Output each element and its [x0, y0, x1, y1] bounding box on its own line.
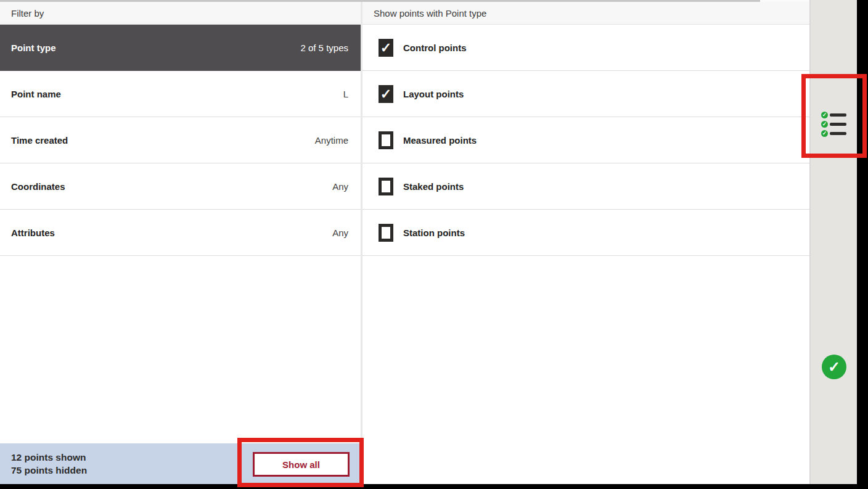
screen-edge-bottom	[0, 484, 868, 489]
option-label: Control points	[403, 43, 466, 53]
mini-green-check-icon	[821, 130, 828, 137]
point-type-panel-title: Show points with Point type	[374, 8, 486, 18]
filter-row-label: Point name	[11, 89, 61, 99]
option-label: Staked points	[403, 181, 464, 192]
filter-row-label: Coordinates	[11, 181, 65, 192]
checked-list-icon-row	[821, 121, 846, 128]
mini-green-check-icon	[821, 121, 828, 128]
option-row-staked-points[interactable]: Staked points	[362, 163, 809, 210]
green-check-icon[interactable]	[822, 355, 846, 379]
point-type-panel: Show points with Point type Control poin…	[362, 2, 809, 484]
list-line-icon	[830, 132, 846, 135]
checkbox-layout-points[interactable]	[379, 85, 393, 103]
point-type-panel-header: Show points with Point type	[362, 2, 809, 25]
option-label: Layout points	[403, 89, 464, 99]
option-label: Station points	[403, 228, 465, 238]
option-row-control-points[interactable]: Control points	[362, 25, 809, 71]
option-label: Measured points	[403, 135, 477, 146]
checkbox-station-points[interactable]	[379, 224, 393, 242]
option-row-station-points[interactable]: Station points	[362, 210, 809, 256]
filter-row-value: L	[343, 89, 348, 99]
filter-panel-title: Filter by	[11, 8, 44, 18]
mini-green-check-icon	[821, 112, 828, 118]
right-toolbar	[809, 0, 857, 484]
screen-edge-right	[857, 0, 868, 489]
option-row-measured-points[interactable]: Measured points	[362, 117, 809, 163]
filter-row-value: Anytime	[315, 135, 348, 146]
filter-panel-header: Filter by	[0, 2, 361, 25]
filter-row-attributes[interactable]: Attributes Any	[0, 210, 361, 256]
list-line-icon	[830, 113, 846, 117]
filter-row-label: Point type	[11, 43, 56, 53]
filter-row-time-created[interactable]: Time created Anytime	[0, 117, 361, 163]
filter-row-value: Any	[332, 228, 348, 238]
checked-list-icon[interactable]	[821, 112, 846, 139]
filter-row-point-name[interactable]: Point name L	[0, 71, 361, 117]
filter-row-point-type[interactable]: Point type 2 of 5 types	[0, 25, 361, 71]
checkbox-staked-points[interactable]	[379, 178, 393, 195]
checkbox-measured-points[interactable]	[379, 131, 393, 149]
filter-row-label: Attributes	[11, 228, 55, 238]
filter-row-value: Any	[332, 181, 348, 192]
filter-row-value: 2 of 5 types	[300, 43, 348, 53]
option-row-layout-points[interactable]: Layout points	[362, 71, 809, 117]
filter-row-coordinates[interactable]: Coordinates Any	[0, 163, 361, 210]
checkbox-control-points[interactable]	[379, 39, 393, 57]
checked-list-icon-row	[821, 130, 846, 137]
checked-list-icon-row	[821, 112, 846, 118]
filter-row-label: Time created	[11, 135, 68, 146]
filter-panel: Filter by Point type 2 of 5 types Point …	[0, 2, 361, 443]
list-line-icon	[830, 123, 846, 126]
show-all-button[interactable]: Show all	[253, 452, 350, 477]
